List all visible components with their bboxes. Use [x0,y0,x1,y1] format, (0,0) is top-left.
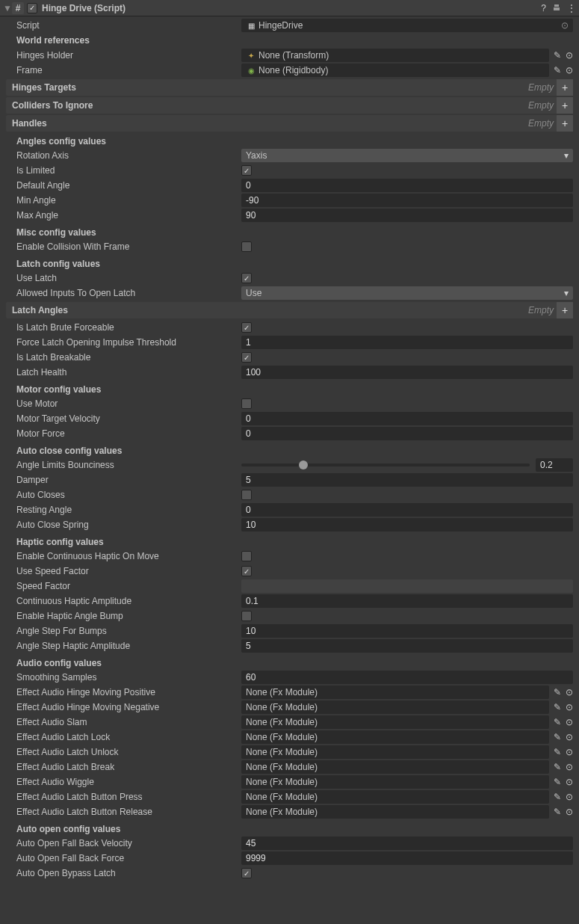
angle-bump-checkbox[interactable] [241,611,252,621]
enable-collision-checkbox[interactable] [241,241,252,252]
max-angle-input[interactable] [241,209,573,222]
picker-icon[interactable]: ⊙ [566,732,573,742]
hinges-targets-list[interactable]: Hinges TargetsEmpty+ [6,79,573,96]
edit-icon[interactable]: ✎ [554,65,561,76]
section-motor: Motor config values [16,384,573,395]
fallback-force-input[interactable] [241,851,573,865]
brute-force-checkbox[interactable]: ✓ [241,322,252,333]
frame-field[interactable]: ◉None (Rigidbody) [241,64,549,77]
edit-icon[interactable]: ✎ [554,50,561,61]
picker-icon[interactable]: ⊙ [566,717,573,727]
fx-field[interactable]: None (Fx Module) [241,715,549,729]
frame-label: Frame [6,65,241,76]
motor-velocity-input[interactable] [241,412,573,425]
fx-field[interactable]: None (Fx Module) [241,790,549,804]
picker-icon[interactable]: ⊙ [566,792,573,802]
presets-icon[interactable] [552,3,561,13]
fx-field[interactable]: None (Fx Module) [241,700,549,714]
edit-icon[interactable]: ✎ [554,762,561,772]
picker-icon[interactable]: ⊙ [566,687,573,697]
allowed-inputs-dropdown[interactable]: Use [241,286,573,300]
edit-icon[interactable]: ✎ [554,747,561,757]
section-audio: Audio config values [16,658,573,668]
section-misc: Misc config values [16,227,573,238]
step-bumps-input[interactable] [241,624,573,638]
object-picker-icon[interactable]: ⊙ [561,20,569,31]
use-motor-checkbox[interactable] [241,398,252,409]
continuous-haptic-checkbox[interactable] [241,551,252,561]
speed-factor-input[interactable] [241,579,573,593]
picker-icon[interactable]: ⊙ [566,702,573,712]
picker-icon[interactable]: ⊙ [566,777,573,787]
is-limited-checkbox[interactable]: ✓ [241,165,252,176]
bounciness-slider[interactable] [241,463,530,466]
picker-icon[interactable]: ⊙ [566,747,573,757]
enabled-checkbox[interactable]: ✓ [27,3,37,13]
fx-field[interactable]: None (Fx Module) [241,730,549,744]
fx-field[interactable]: None (Fx Module) [241,745,549,759]
section-latch: Latch config values [16,259,573,269]
picker-icon[interactable]: ⊙ [566,50,573,61]
latch-angles-list[interactable]: Latch AnglesEmpty+ [6,302,573,318]
amplitude-input[interactable] [241,594,573,608]
menu-icon[interactable]: ⋮ [567,3,576,13]
edit-icon[interactable]: ✎ [554,702,561,712]
add-icon[interactable]: + [557,97,573,114]
script-label: Script [6,20,241,31]
picker-icon[interactable]: ⊙ [566,65,573,76]
use-latch-checkbox[interactable]: ✓ [241,273,252,283]
latch-health-input[interactable] [241,366,573,379]
fx-field[interactable]: None (Fx Module) [241,805,549,819]
step-amplitude-input[interactable] [241,639,573,653]
samples-input[interactable] [241,671,573,684]
hinges-holder-label: Hinges Holder [6,50,241,61]
section-haptic: Haptic config values [16,537,573,547]
picker-icon[interactable]: ⊙ [566,807,573,817]
foldout-icon[interactable]: ▼ [3,3,12,13]
script-icon: # [12,2,24,14]
add-icon[interactable]: + [557,115,573,132]
fx-field[interactable]: None (Fx Module) [241,760,549,774]
component-header[interactable]: ▼ # ✓ Hinge Drive (Script) ? ⋮ [0,0,579,16]
fallback-velocity-input[interactable] [241,837,573,850]
hinges-holder-field[interactable]: ✦None (Transform) [241,49,549,62]
resting-angle-input[interactable] [241,503,573,517]
rotation-axis-dropdown[interactable]: Yaxis [241,149,573,162]
bounciness-value[interactable] [536,458,573,472]
edit-icon[interactable]: ✎ [554,792,561,802]
edit-icon[interactable]: ✎ [554,732,561,742]
section-autoopen: Auto open config values [16,824,573,834]
default-angle-input[interactable] [241,179,573,192]
motor-force-input[interactable] [241,427,573,440]
min-angle-input[interactable] [241,194,573,207]
section-autoclose: Auto close config values [16,446,573,456]
handles-list[interactable]: HandlesEmpty+ [6,115,573,132]
help-icon[interactable]: ? [541,3,546,13]
damper-input[interactable] [241,473,573,487]
impulse-input[interactable] [241,336,573,349]
section-angles: Angles config values [16,136,573,147]
edit-icon[interactable]: ✎ [554,777,561,787]
section-world: World references [6,35,241,46]
breakable-checkbox[interactable]: ✓ [241,352,252,363]
fx-field[interactable]: None (Fx Module) [241,775,549,789]
colliders-ignore-list[interactable]: Colliders To IgnoreEmpty+ [6,97,573,114]
auto-closes-checkbox[interactable] [241,490,252,500]
edit-icon[interactable]: ✎ [554,807,561,817]
add-icon[interactable]: + [557,79,573,96]
picker-icon[interactable]: ⊙ [566,762,573,772]
fx-field[interactable]: None (Fx Module) [241,686,549,699]
use-speed-checkbox[interactable]: ✓ [241,566,252,576]
bypass-latch-checkbox[interactable]: ✓ [241,868,252,878]
edit-icon[interactable]: ✎ [554,717,561,727]
spring-input[interactable] [241,518,573,532]
add-icon[interactable]: + [557,302,573,318]
component-title: Hinge Drive (Script) [42,3,541,13]
edit-icon[interactable]: ✎ [554,687,561,697]
script-field: ▦HingeDrive⊙ [241,19,573,32]
